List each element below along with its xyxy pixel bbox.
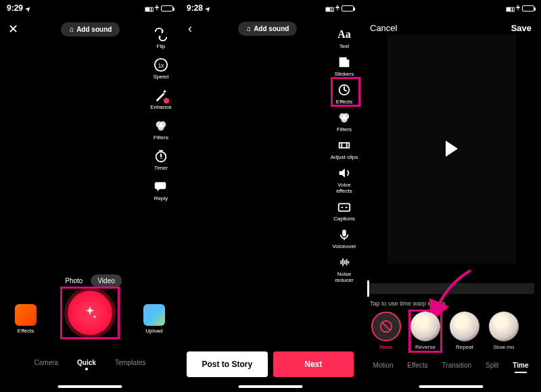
flip-label: Flip (157, 43, 166, 49)
cancel-button[interactable]: Cancel (370, 23, 397, 33)
captions-tool[interactable]: Captions (329, 199, 359, 222)
effects-thumb-icon (15, 304, 37, 326)
slowmo-thumb (489, 312, 519, 341)
flip-tool[interactable]: Flip (146, 27, 176, 49)
svg-text:3: 3 (160, 155, 162, 160)
battery-icon (342, 5, 354, 11)
enhance-tool[interactable]: Enhance (146, 88, 176, 110)
filters-label: Filters (337, 126, 352, 132)
voice-label: Voice effects (329, 182, 359, 194)
text-icon: Aa (337, 27, 352, 42)
edit-screen: 9:28 ‹ Add sound Aa Text Stickers Effect… (180, 0, 360, 392)
hint-text: Tap to use time warp effects (370, 300, 446, 307)
effect-row: None Reverse Repeat Slow-mo (360, 312, 541, 350)
timer-tool[interactable]: 3 Timer (146, 149, 176, 171)
filters-label: Filters (154, 134, 168, 141)
signal-icon (325, 3, 333, 13)
video-preview[interactable] (387, 34, 516, 264)
upload-thumb-icon (143, 304, 165, 326)
battery-icon (161, 5, 173, 11)
mode-video[interactable]: Video (91, 274, 121, 287)
svg-point-10 (341, 116, 347, 122)
timeline-cursor[interactable] (367, 280, 369, 297)
mode-switch: Photo Video (58, 274, 122, 287)
sparkle-icon (81, 304, 99, 322)
filters-icon (337, 110, 352, 125)
noise-icon (337, 255, 352, 270)
speed-icon: 1x (154, 57, 168, 72)
highlight-reverse (408, 310, 442, 353)
effect-repeat-label: Repeat (456, 344, 473, 350)
effect-slowmo-label: Slow-mo (493, 344, 514, 350)
battery-icon (522, 5, 534, 11)
cat-effects[interactable]: Effects (406, 359, 429, 372)
back-icon[interactable]: ‹ (188, 22, 192, 36)
music-note-icon (246, 25, 252, 32)
effects-button[interactable]: Effects (15, 304, 37, 334)
tab-templates[interactable]: Templates (115, 359, 146, 366)
text-tool[interactable]: Aa Text (329, 27, 359, 49)
upload-thumb-label: Upload (145, 328, 162, 334)
save-button[interactable]: Save (511, 23, 532, 33)
effect-repeat[interactable]: Repeat (450, 312, 479, 350)
timeline[interactable] (367, 283, 534, 294)
cat-time[interactable]: Time (511, 359, 530, 372)
tab-quick[interactable]: Quick (77, 359, 96, 366)
post-row: Post to Story Next (180, 351, 360, 377)
post-to-story-button[interactable]: Post to Story (187, 351, 268, 377)
enhance-label: Enhance (150, 104, 172, 110)
filters-tool[interactable]: Filters (329, 110, 359, 132)
stickers-tool[interactable]: Stickers (329, 55, 359, 77)
next-button[interactable]: Next (273, 351, 354, 377)
captions-label: Captions (333, 216, 355, 222)
add-sound-button[interactable]: Add sound (61, 22, 120, 36)
timer-label: Timer (154, 165, 168, 171)
voiceover-label: Voiceover (332, 243, 356, 249)
status-bar: 9:28 (180, 0, 360, 16)
stickers-icon (337, 55, 352, 70)
none-icon (371, 312, 401, 341)
adjust-clips-tool[interactable]: Adjust clips (329, 138, 359, 160)
noise-tool[interactable]: Noise reducer (329, 255, 359, 283)
timer-icon: 3 (154, 149, 168, 164)
signal-icon (145, 3, 153, 13)
stickers-label: Stickers (335, 71, 354, 77)
side-toolbar: Flip 1x Speed Enhance Filters 3 Timer Re… (146, 27, 176, 201)
noise-label: Noise reducer (329, 271, 359, 283)
close-icon[interactable]: ✕ (8, 22, 18, 36)
text-label: Text (339, 43, 350, 49)
voiceover-icon (337, 227, 352, 242)
reply-label: Reply (154, 195, 168, 201)
mode-photo[interactable]: Photo (58, 274, 89, 287)
voiceover-tool[interactable]: Voiceover (329, 227, 359, 249)
effect-none[interactable]: None (371, 312, 401, 350)
speed-tool[interactable]: 1x Speed (146, 57, 176, 80)
effect-slowmo[interactable]: Slow-mo (489, 312, 519, 350)
record-button[interactable] (68, 291, 112, 335)
cat-transition[interactable]: Transition (441, 359, 473, 372)
highlight-effects (331, 77, 360, 107)
filters-tool[interactable]: Filters (146, 118, 176, 141)
cat-split[interactable]: Split (484, 359, 500, 372)
reply-icon (154, 179, 168, 194)
effect-category-tabs: Motion Effects Transition Split Time (360, 359, 541, 372)
tab-camera[interactable]: Camera (34, 359, 59, 366)
voice-effects-tool[interactable]: Voice effects (329, 166, 359, 194)
home-indicator (58, 385, 122, 388)
flip-icon (154, 27, 168, 42)
play-icon[interactable] (446, 141, 458, 157)
captions-icon (337, 199, 352, 214)
edit-side-toolbar: Aa Text Stickers Effects Filters Adjust … (329, 27, 359, 283)
add-sound-button[interactable]: Add sound (238, 22, 298, 36)
svg-point-4 (158, 124, 164, 130)
enhance-icon (154, 88, 168, 103)
voice-effects-icon (337, 166, 352, 180)
add-sound-label: Add sound (254, 25, 289, 32)
home-indicator (419, 385, 483, 388)
upload-button[interactable]: Upload (143, 304, 165, 334)
time-effects-screen: Cancel Save Tap to use time warp effects… (360, 0, 541, 392)
repeat-thumb (450, 312, 479, 341)
cat-motion[interactable]: Motion (371, 359, 394, 372)
music-note-icon (69, 26, 74, 33)
reply-tool[interactable]: Reply (146, 179, 176, 201)
